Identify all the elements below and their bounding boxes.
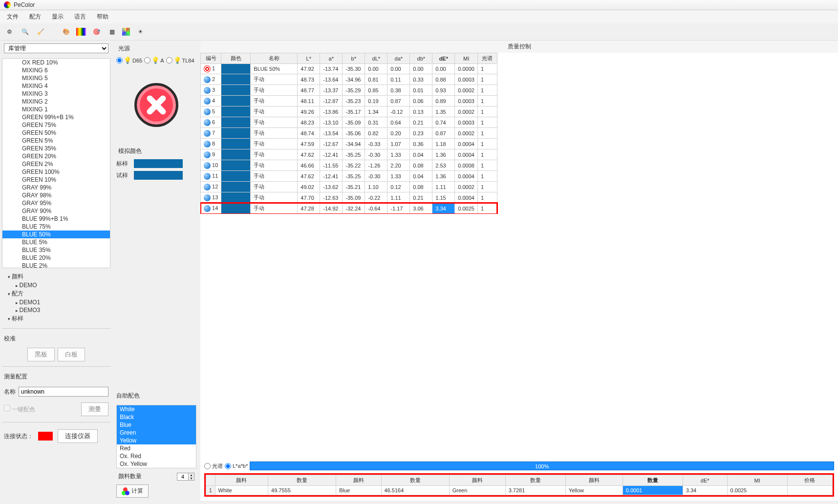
pigment-list[interactable]: WhiteBlackBlueGreenYellowRedOx. RedOx. Y…	[116, 405, 196, 468]
color-item[interactable]: Ox. Yellow	[117, 460, 196, 468]
tree-item[interactable]: MIXING 1	[2, 105, 110, 113]
qc-header[interactable]: dL*	[365, 53, 387, 64]
qc-row[interactable]: 2手动48.73-13.64-34.960.810.110.330.880.00…	[201, 74, 497, 85]
result-table[interactable]: 颜料数量颜料数量颜料数量颜料数量dE*MI价格1White49.7555Blue…	[206, 475, 833, 495]
light-A[interactable]: 💡 A	[144, 57, 164, 64]
result-header[interactable]: dE*	[683, 475, 727, 486]
tree-item[interactable]: BLUE 50%	[2, 231, 110, 238]
tree-item[interactable]: BLUE 99%+B 1%	[2, 215, 110, 223]
tree-group[interactable]: 颜料	[2, 272, 110, 281]
name-input[interactable]	[19, 387, 108, 397]
tree-item[interactable]: MIXING 3	[2, 90, 110, 98]
qc-header[interactable]: 颜色	[221, 53, 251, 64]
tree-item[interactable]: BLUE 35%	[2, 246, 110, 254]
color-item[interactable]: Red	[117, 444, 196, 452]
qc-row[interactable]: 1BLUE 50%47.92-13.74-35.300.000.000.000.…	[201, 64, 497, 74]
tree-group[interactable]: 配方	[2, 289, 110, 298]
menu-语言[interactable]: 语言	[69, 11, 91, 22]
qc-table[interactable]: 编号颜色名称L*a*b*dL*da*db*dE*MI光谱 1BLUE 50%47…	[200, 53, 497, 214]
tree-item[interactable]: GREEN 5%	[2, 137, 110, 145]
qc-row[interactable]: 4手动48.11-12.87-35.230.190.870.060.890.00…	[201, 96, 497, 106]
tree-item[interactable]: GREEN 20%	[2, 152, 110, 160]
tree-item[interactable]: BLUE 5%	[2, 238, 110, 246]
color-item[interactable]: White	[117, 405, 196, 413]
result-row[interactable]: 1White49.7555Blue46.5164Green3.7281Yello…	[206, 486, 833, 495]
color-grid-icon[interactable]	[122, 28, 130, 36]
qc-row[interactable]: 10手动46.66-11.55-35.22-1.262.200.082.530.…	[201, 160, 497, 171]
result-header[interactable]: 颜料	[336, 475, 381, 486]
menu-显示[interactable]: 显示	[47, 11, 68, 22]
sun-icon[interactable]: ☀	[135, 26, 146, 37]
qc-header[interactable]: MI	[455, 53, 478, 64]
qc-row[interactable]: 7手动48.74-13.54-35.060.820.200.230.870.00…	[201, 128, 497, 139]
result-header[interactable]: 颜料	[449, 475, 505, 486]
result-header[interactable]: 颜料	[565, 475, 623, 486]
tree-subitem[interactable]: DEMO1	[2, 298, 110, 306]
tree-item[interactable]: GREEN 50%	[2, 129, 110, 137]
qc-row[interactable]: 3手动48.77-13.37-35.290.850.380.010.930.00…	[201, 85, 497, 96]
target-icon[interactable]: 🎯	[91, 26, 102, 37]
tree-subitem[interactable]: DEMO3	[2, 306, 110, 314]
qc-row[interactable]: 14手动47.28-14.92-32.24-0.64-1.173.063.340…	[201, 203, 497, 214]
result-header[interactable]: 数量	[623, 475, 683, 486]
onekey-checkbox[interactable]: 一键配色	[4, 405, 35, 414]
spin-up-icon[interactable]: ▲	[188, 473, 194, 477]
spin-down-icon[interactable]: ▼	[188, 477, 194, 480]
tree-item[interactable]: GRAY 98%	[2, 191, 110, 199]
tree-group[interactable]: 标样	[2, 314, 110, 323]
spectrum-radio[interactable]: 光谱	[204, 462, 223, 470]
menu-配方[interactable]: 配方	[24, 11, 46, 22]
result-header[interactable]: 价格	[787, 475, 832, 486]
black-cal-button[interactable]: 黑板	[27, 348, 55, 361]
tree-item[interactable]: GREEN 35%	[2, 145, 110, 152]
measure-button[interactable]: 测量	[81, 402, 108, 416]
tree-item[interactable]: MIXING 4	[2, 82, 110, 90]
tree-item[interactable]: GRAY 90%	[2, 207, 110, 215]
search-icon[interactable]: 🔍	[20, 26, 30, 37]
tree-item[interactable]: GREEN 75%	[2, 121, 110, 129]
pigment-count-spinner[interactable]: ▲▼	[177, 473, 194, 481]
qc-row[interactable]: 13手动47.70-12.63-35.09-0.221.110.211.150.…	[201, 192, 497, 203]
qc-header[interactable]: 编号	[201, 53, 221, 64]
qc-row[interactable]: 8手动47.59-12.67-34.94-0.331.070.361.180.0…	[201, 139, 497, 149]
grid-icon[interactable]: ▦	[107, 26, 117, 37]
tree-item[interactable]: BLUE 20%	[2, 254, 110, 262]
qc-header[interactable]: da*	[387, 53, 410, 64]
qc-row[interactable]: 12手动49.02-13.62-35.211.100.120.081.110.0…	[201, 182, 497, 192]
tree-item[interactable]: BLUE 75%	[2, 223, 110, 231]
qc-row[interactable]: 11手动47.62-12.41-35.25-0.301.330.041.360.…	[201, 171, 497, 182]
color-item[interactable]: Ox. Red	[117, 452, 196, 460]
qc-row[interactable]: 5手动49.26-13.86-35.171.34-0.120.131.350.0…	[201, 106, 497, 117]
palette-icon[interactable]: 🎨	[61, 26, 71, 37]
result-header[interactable]: 数量	[268, 475, 336, 486]
tree-item[interactable]: GREEN 99%+B 1%	[2, 113, 110, 121]
library-select[interactable]: 库管理	[4, 43, 108, 53]
qc-header[interactable]: L*	[298, 53, 320, 64]
light-TL84[interactable]: 💡 TL84	[166, 57, 194, 64]
tree-item[interactable]: MIXING 2	[2, 98, 110, 105]
pigment-count-input[interactable]	[177, 473, 188, 480]
library-tree[interactable]: OX RED 10%MIXING 6MIXING 5MIXING 4MIXING…	[2, 58, 110, 268]
qc-header[interactable]: db*	[410, 53, 432, 64]
tree-item[interactable]: MIXING 5	[2, 74, 110, 82]
eraser-icon[interactable]: 🧹	[35, 26, 46, 37]
light-D65[interactable]: 💡 D65	[116, 57, 142, 64]
menu-帮助[interactable]: 帮助	[92, 11, 113, 22]
result-header[interactable]: 数量	[381, 475, 449, 486]
tree-item[interactable]: BLUE 2%	[2, 262, 110, 268]
qc-header[interactable]: 光谱	[477, 53, 497, 64]
tree-item[interactable]: OX RED 10%	[2, 59, 110, 66]
qc-row[interactable]: 9手动47.62-12.41-35.25-0.301.330.041.360.0…	[201, 149, 497, 160]
qc-header[interactable]: b*	[343, 53, 365, 64]
qc-header[interactable]: 名称	[251, 53, 298, 64]
qc-row[interactable]: 6手动48.23-13.10-35.090.310.640.210.740.00…	[201, 117, 497, 128]
menu-文件[interactable]: 文件	[2, 11, 23, 22]
color-item[interactable]: Black	[117, 413, 196, 421]
qc-header[interactable]: a*	[320, 53, 343, 64]
tree-item[interactable]: MIXING 6	[2, 66, 110, 74]
result-header[interactable]: MI	[727, 475, 787, 486]
result-header[interactable]: 数量	[505, 475, 565, 486]
calculate-button[interactable]: 计算	[116, 484, 149, 498]
white-cal-button[interactable]: 白板	[58, 348, 85, 361]
tree-item[interactable]: GRAY 99%	[2, 184, 110, 191]
